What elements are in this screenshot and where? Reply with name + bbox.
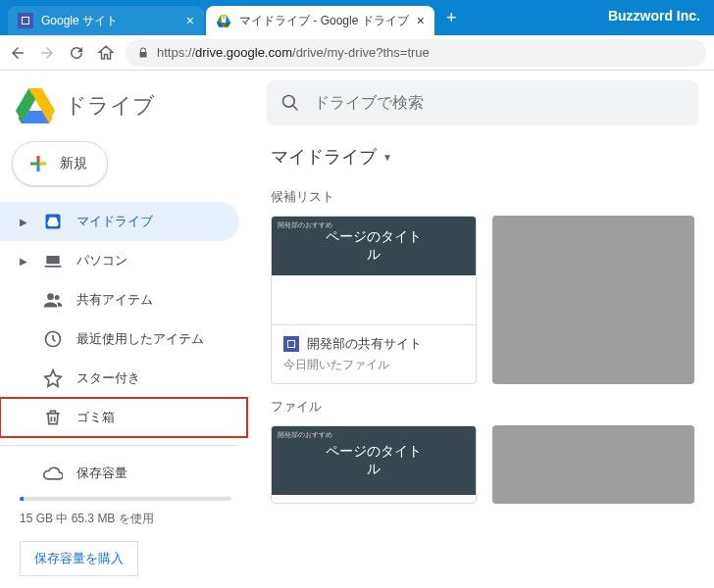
files-label: ファイル: [251, 384, 714, 425]
suggested-label: 候補リスト: [251, 174, 714, 216]
new-tab-button[interactable]: +: [436, 8, 467, 28]
breadcrumb-label: マイドライブ: [271, 145, 377, 169]
sidebar-item-computers[interactable]: ▶ パソコン: [0, 241, 239, 280]
storage-section: 15 GB 中 65.3 MB を使用: [0, 493, 251, 531]
file-card-placeholder[interactable]: [492, 425, 694, 504]
star-icon: [43, 368, 63, 388]
thumb-tiny-text: 開発部のおすすめ: [278, 220, 332, 230]
lock-icon: [137, 47, 149, 59]
thumb-title-line2: ル: [367, 246, 381, 264]
search-box[interactable]: [267, 80, 698, 125]
devices-icon: [43, 251, 63, 270]
card-thumbnail: 開発部のおすすめ ページのタイト ル: [272, 217, 476, 324]
sidebar-nav: ▶ マイドライブ ▶ パソコン 共有アイテム 最近使用したアイテム: [0, 202, 251, 437]
drive-header[interactable]: ドライブ: [0, 78, 251, 133]
sidebar-item-mydrive[interactable]: ▶ マイドライブ: [0, 202, 239, 241]
suggested-card-placeholder[interactable]: [492, 216, 694, 384]
chevron-right-icon: ▶: [20, 256, 29, 267]
sites-icon: [283, 336, 299, 352]
breadcrumb[interactable]: マイドライブ ▼: [251, 135, 714, 174]
chevron-down-icon: ▼: [382, 152, 392, 163]
thumb-title-line2: ル: [367, 461, 381, 478]
svg-marker-2: [226, 15, 230, 23]
card-subtitle: 今日開いたファイル: [283, 357, 464, 373]
chevron-right-icon: ▶: [20, 217, 29, 227]
app-title: ドライブ: [65, 91, 155, 121]
storage-text: 15 GB 中 65.3 MB を使用: [20, 511, 231, 527]
sidebar-item-label: パソコン: [76, 252, 128, 270]
sidebar-item-label: 保存容量: [76, 465, 128, 482]
tab-title: Google サイト: [41, 13, 178, 29]
reload-button[interactable]: [67, 43, 86, 63]
cloud-icon: [43, 464, 63, 483]
buy-storage-button[interactable]: 保存容量を購入: [20, 541, 138, 576]
close-icon[interactable]: ×: [417, 13, 425, 28]
card-title: 開発部の共有サイト: [307, 335, 422, 353]
new-button[interactable]: 新規: [12, 141, 108, 186]
storage-bar: [20, 497, 231, 501]
thumb-title-line1: ページのタイト: [326, 228, 422, 246]
sidebar-item-label: スター付き: [76, 369, 140, 387]
thumb-tiny-text: 開発部のおすすめ: [278, 430, 332, 440]
close-icon[interactable]: ×: [186, 13, 194, 28]
search-icon: [280, 93, 300, 113]
url-bar[interactable]: https://drive.google.com/drive/my-drive?…: [126, 39, 706, 67]
new-button-label: 新規: [60, 155, 87, 172]
sidebar-item-shared[interactable]: 共有アイテム: [0, 280, 239, 319]
sidebar-item-starred[interactable]: スター付き: [0, 359, 239, 398]
sidebar-item-label: 最近使用したアイテム: [76, 330, 204, 348]
sidebar: ドライブ 新規 ▶ マイドライブ ▶ パソコン 共有アイテム: [0, 71, 251, 588]
back-button[interactable]: [8, 43, 27, 63]
thumb-title-line1: ページのタイト: [326, 443, 422, 461]
browser-tab-inactive[interactable]: Google サイト ×: [8, 6, 204, 35]
sidebar-item-trash[interactable]: ゴミ箱: [0, 398, 247, 437]
browser-nav-bar: https://drive.google.com/drive/my-drive?…: [0, 35, 714, 71]
trash-icon: [43, 408, 63, 427]
divider: [0, 445, 239, 446]
svg-point-14: [55, 295, 60, 300]
main-content: マイドライブ ▼ 候補リスト 開発部のおすすめ ページのタイト ル 開発部の共有…: [251, 71, 714, 588]
sidebar-item-recent[interactable]: 最近使用したアイテム: [0, 319, 239, 359]
browser-tab-active[interactable]: マイドライブ - Google ドライブ ×: [206, 6, 434, 35]
sidebar-item-label: ゴミ箱: [76, 409, 115, 426]
file-card[interactable]: 開発部のおすすめ ページのタイト ル: [271, 425, 477, 504]
plus-icon: [26, 152, 50, 175]
url-host: drive.google.com: [195, 45, 292, 60]
drive-icon: [43, 212, 63, 231]
tab-title: マイドライブ - Google ドライブ: [239, 13, 409, 29]
clock-icon: [43, 329, 63, 349]
brand-label: Buzzword Inc.: [608, 8, 700, 24]
search-input[interactable]: [314, 94, 685, 112]
home-button[interactable]: [96, 43, 116, 63]
sidebar-item-label: マイドライブ: [76, 213, 153, 230]
drive-favicon: [216, 13, 231, 28]
forward-button[interactable]: [37, 43, 57, 63]
sidebar-item-label: 共有アイテム: [76, 291, 153, 309]
svg-marker-1: [221, 15, 226, 20]
drive-logo-icon: [16, 88, 55, 123]
people-icon: [43, 290, 63, 310]
sidebar-item-storage[interactable]: 保存容量: [0, 454, 239, 493]
svg-point-13: [47, 293, 54, 300]
url-protocol: https://: [157, 45, 195, 60]
suggested-card[interactable]: 開発部のおすすめ ページのタイト ル 開発部の共有サイト 今日開いたファイル: [271, 216, 477, 384]
svg-marker-3: [217, 15, 222, 23]
url-path: /drive/my-drive?ths=true: [292, 45, 430, 60]
browser-tab-strip: Google サイト × マイドライブ - Google ドライブ × + Bu…: [0, 0, 714, 35]
sites-favicon: [18, 13, 33, 28]
svg-point-16: [283, 96, 295, 108]
